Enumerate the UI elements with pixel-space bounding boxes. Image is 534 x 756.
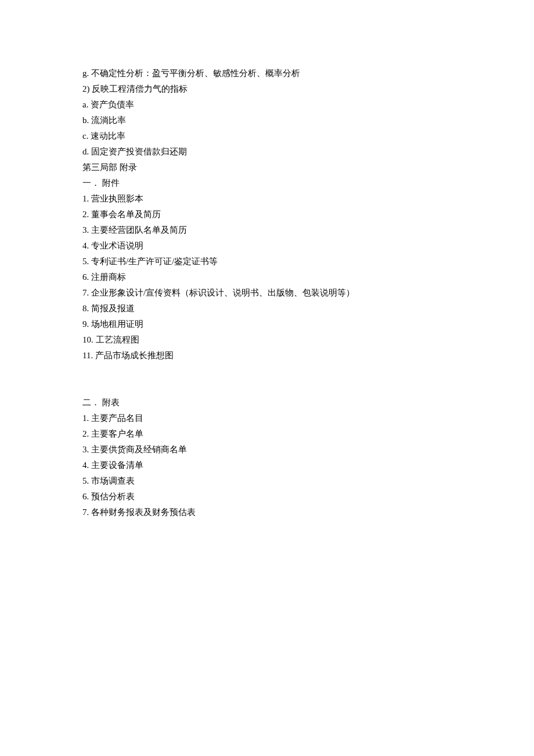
- list-item: 4. 专业术语说明: [82, 238, 534, 254]
- subsection-heading: 二． 附表: [82, 395, 534, 411]
- list-item: 4. 主要设备清单: [82, 458, 534, 473]
- list-item: 2. 董事会名单及简历: [82, 207, 534, 222]
- blank-spacer: [82, 363, 534, 395]
- list-item: 1. 营业执照影本: [82, 191, 534, 207]
- text-line: 2) 反映工程清偿力气的指标: [82, 81, 534, 97]
- list-item: 3. 主要供货商及经销商名单: [82, 442, 534, 458]
- subsection-heading: 一． 附件: [82, 175, 534, 191]
- text-line: c. 速动比率: [82, 128, 534, 144]
- text-line: a. 资产负债率: [82, 97, 534, 113]
- list-item: 5. 专利证书/生产许可证/鉴定证书等: [82, 254, 534, 269]
- list-item: 7. 各种财务报表及财务预估表: [82, 505, 534, 520]
- list-item: 6. 注册商标: [82, 269, 534, 285]
- list-item: 1. 主要产品名目: [82, 411, 534, 426]
- list-item: 7. 企业形象设计/宣传资料（标识设计、说明书、出版物、包装说明等）: [82, 285, 534, 301]
- section-heading: 第三局部 附录: [82, 160, 534, 175]
- text-line: d. 固定资产投资借款归还期: [82, 144, 534, 160]
- list-item: 11. 产品市场成长推想图: [82, 348, 534, 363]
- list-item: 5. 市场调查表: [82, 473, 534, 489]
- list-item: 9. 场地租用证明: [82, 316, 534, 332]
- text-line: g. 不确定性分析：盈亏平衡分析、敏感性分析、概率分析: [82, 66, 534, 81]
- list-item: 2. 主要客户名单: [82, 426, 534, 442]
- list-item: 8. 简报及报道: [82, 301, 534, 316]
- list-item: 10. 工艺流程图: [82, 332, 534, 348]
- list-item: 6. 预估分析表: [82, 489, 534, 505]
- text-line: b. 流淌比率: [82, 113, 534, 128]
- list-item: 3. 主要经营团队名单及简历: [82, 222, 534, 238]
